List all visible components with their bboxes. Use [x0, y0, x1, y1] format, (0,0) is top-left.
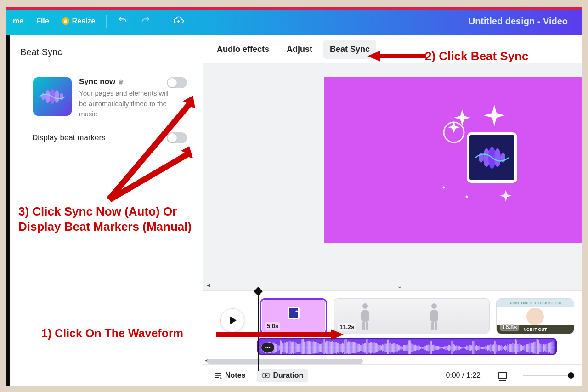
duration-button[interactable]: Duration — [257, 369, 308, 382]
home-menu[interactable]: me — [6, 14, 30, 28]
redo-button[interactable] — [134, 12, 157, 30]
scroll-left-arrow-icon[interactable]: ◄ — [206, 282, 211, 289]
panel-title: Beat Sync — [6, 35, 203, 66]
svg-point-1 — [45, 90, 50, 103]
waveform-icon — [39, 89, 66, 104]
view-mode-button[interactable] — [498, 372, 507, 379]
audio-tabs: Audio effects Adjust Beat Sync — [203, 35, 582, 63]
clip-face-thumb — [526, 308, 544, 325]
sync-now-toggle[interactable] — [167, 77, 187, 88]
sync-now-description: Your pages and elements will be automati… — [79, 88, 175, 119]
sync-now-icon — [33, 77, 72, 116]
timeline: ✦ 5.0s 11.2s SOMETIMES YOU JUST GO NCE I… — [203, 290, 582, 386]
waveform-icon — [474, 146, 510, 169]
svg-point-3 — [55, 90, 59, 103]
clip-duration: 5.0s — [265, 322, 280, 330]
sparkle-decoration — [324, 77, 582, 243]
notes-icon — [214, 371, 222, 380]
clip-duration: 16.8s — [500, 323, 519, 331]
cloud-icon — [173, 15, 184, 26]
beat-sync-panel: Beat Sync — [6, 35, 203, 386]
timeline-clip-2[interactable]: 11.2s — [334, 298, 490, 334]
premium-crown-icon: ♛ — [118, 78, 124, 85]
timeline-clip-3[interactable]: SOMETIMES YOU JUST GO NCE IT OUT 16.8s — [496, 298, 574, 334]
playback-time: 0:00 / 1:22 — [446, 371, 481, 380]
design-title[interactable]: Untitled design - Video — [469, 16, 568, 27]
collapse-chevron-icon[interactable]: ⌄ — [397, 282, 402, 290]
notes-label: Notes — [225, 371, 245, 380]
resize-menu[interactable]: ♛ Resize — [56, 14, 102, 28]
panel-edge — [6, 35, 10, 386]
toolbar-separator — [162, 15, 162, 28]
timeline-clip-1[interactable]: ✦ 5.0s — [260, 298, 327, 334]
toggle-knob — [168, 78, 177, 87]
timeline-footer: Notes Duration 0:00 / 1:22 — [203, 364, 582, 386]
timeline-scrollbar[interactable]: ◄ — [205, 358, 582, 364]
cloud-sync-button[interactable] — [167, 12, 191, 30]
resize-label: Resize — [72, 17, 96, 25]
app-toolbar: me File ♛ Resize Untitled design - Video — [6, 7, 582, 35]
canvas-sync-card[interactable] — [467, 132, 517, 183]
notes-button[interactable]: Notes — [209, 369, 250, 382]
crown-icon: ♛ — [62, 17, 69, 25]
duration-label: Duration — [273, 371, 303, 380]
audio-clip-label: ••• — [261, 343, 274, 352]
svg-point-11 — [494, 148, 501, 167]
canvas-area[interactable]: ◄ ⌄ — [203, 63, 582, 290]
undo-icon — [118, 15, 128, 25]
play-icon — [230, 316, 237, 324]
editor-content: Audio effects Adjust Beat Sync — [203, 35, 582, 386]
tab-audio-effects[interactable]: Audio effects — [210, 40, 276, 59]
zoom-slider-handle[interactable] — [568, 372, 574, 379]
play-button[interactable] — [220, 308, 244, 332]
display-beat-markers-toggle[interactable] — [167, 132, 187, 143]
tab-beat-sync[interactable]: Beat Sync — [323, 40, 376, 59]
clip-duration: 11.2s — [338, 323, 356, 331]
svg-point-6 — [443, 187, 445, 189]
redo-icon — [141, 15, 151, 25]
duration-icon — [262, 371, 270, 380]
svg-point-7 — [466, 196, 468, 198]
file-menu[interactable]: File — [30, 14, 56, 28]
audio-waveform-clip[interactable]: ••• — [257, 338, 557, 355]
clip-caption-top: SOMETIMES YOU JUST GO — [497, 299, 574, 307]
sync-now-title: Sync now — [79, 77, 115, 86]
toolbar-separator — [106, 15, 107, 28]
zoom-slider[interactable] — [523, 375, 573, 376]
undo-button[interactable] — [111, 12, 134, 30]
display-beat-markers-label: Display beat markers — [32, 133, 106, 142]
toggle-knob — [168, 133, 177, 142]
scrollbar-thumb[interactable] — [207, 359, 363, 364]
tab-adjust[interactable]: Adjust — [280, 40, 319, 59]
design-canvas[interactable] — [324, 77, 582, 243]
